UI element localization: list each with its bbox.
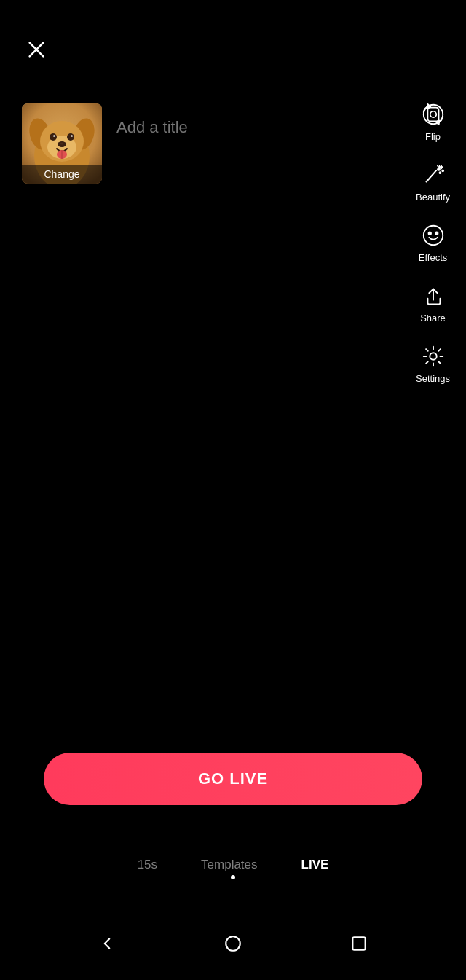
beautify-button[interactable]: Beautify xyxy=(413,155,453,208)
go-live-label: GO LIVE xyxy=(198,769,268,788)
share-button[interactable]: Share xyxy=(416,276,450,329)
svg-point-34 xyxy=(430,353,436,359)
share-label: Share xyxy=(420,313,446,324)
cover-area: Change xyxy=(22,103,102,184)
toolbar: Flip Beautify xyxy=(413,95,453,390)
effects-icon xyxy=(419,222,447,249)
svg-point-9 xyxy=(67,133,74,141)
change-label: Change xyxy=(22,165,102,184)
bottom-tabs: 15s Templates LIVE xyxy=(0,858,466,872)
flip-icon xyxy=(419,101,447,128)
recents-button[interactable] xyxy=(343,928,375,960)
thumbnail[interactable]: Change xyxy=(22,103,102,184)
svg-point-25 xyxy=(439,172,441,173)
settings-button[interactable]: Settings xyxy=(413,337,453,390)
close-button[interactable] xyxy=(22,35,51,64)
beautify-label: Beautify xyxy=(416,192,450,203)
svg-point-31 xyxy=(428,232,430,234)
tab-live[interactable]: LIVE xyxy=(301,858,329,872)
settings-icon xyxy=(419,342,447,370)
back-button[interactable] xyxy=(91,928,123,960)
effects-label: Effects xyxy=(419,252,448,263)
svg-rect-36 xyxy=(353,937,366,949)
home-button[interactable] xyxy=(217,928,249,960)
svg-point-32 xyxy=(435,232,438,234)
go-live-button[interactable]: GO LIVE xyxy=(44,753,422,805)
svg-point-22 xyxy=(438,168,440,170)
effects-button[interactable]: Effects xyxy=(416,216,451,269)
svg-point-17 xyxy=(430,111,436,118)
share-icon xyxy=(419,282,447,310)
svg-point-13 xyxy=(60,143,64,145)
svg-point-8 xyxy=(50,133,57,141)
system-nav xyxy=(0,928,466,960)
title-input[interactable] xyxy=(116,118,379,137)
svg-point-10 xyxy=(53,135,55,137)
svg-line-20 xyxy=(426,170,435,181)
svg-point-11 xyxy=(71,135,73,137)
settings-label: Settings xyxy=(416,373,450,384)
svg-point-35 xyxy=(226,936,240,951)
beautify-icon xyxy=(419,161,447,189)
flip-label: Flip xyxy=(425,131,441,142)
flip-button[interactable]: Flip xyxy=(416,95,450,148)
svg-point-24 xyxy=(442,170,443,171)
svg-point-30 xyxy=(423,226,442,245)
tab-templates[interactable]: Templates xyxy=(201,858,257,872)
tab-indicator xyxy=(231,875,235,879)
tab-15s[interactable]: 15s xyxy=(138,858,157,872)
